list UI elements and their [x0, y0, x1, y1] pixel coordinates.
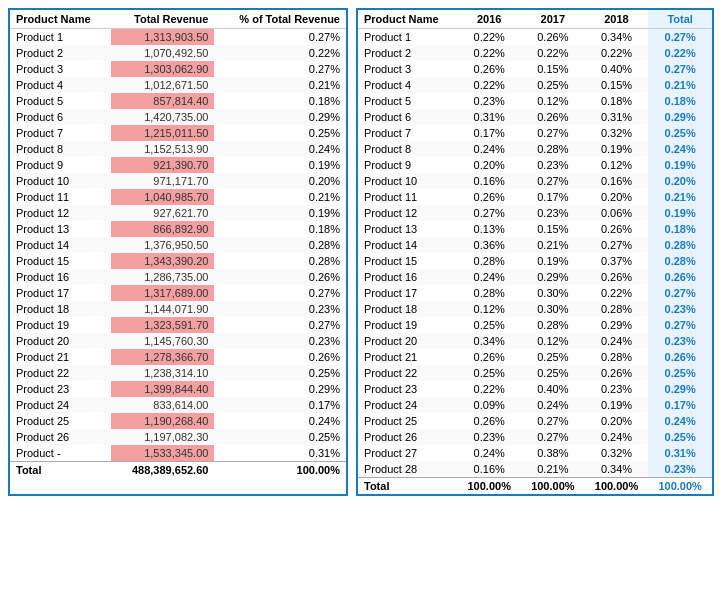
y2016-value: 0.23% [457, 429, 521, 445]
pct-value: 0.24% [214, 141, 346, 157]
total-value: 0.28% [648, 253, 712, 269]
left-table-row: Product 17 1,317,689.00 0.27% [10, 285, 346, 301]
y2018-value: 0.24% [585, 429, 649, 445]
product-name: Product 16 [358, 269, 457, 285]
total-value: 0.22% [648, 45, 712, 61]
left-table-row: Product 8 1,152,513.90 0.24% [10, 141, 346, 157]
product-name: Product 26 [358, 429, 457, 445]
revenue-value: 1,303,062.90 [111, 61, 214, 77]
y2017-value: 0.12% [521, 333, 585, 349]
left-table-row: Product 5 857,814.40 0.18% [10, 93, 346, 109]
y2017-value: 0.30% [521, 285, 585, 301]
y2017-value: 0.26% [521, 109, 585, 125]
total-value: 0.26% [648, 269, 712, 285]
revenue-value: 1,286,735.00 [111, 269, 214, 285]
product-name: Product 21 [10, 349, 111, 365]
total-value: 0.27% [648, 285, 712, 301]
y2018-value: 0.40% [585, 61, 649, 77]
revenue-value: 927,621.70 [111, 205, 214, 221]
y2018-value: 0.27% [585, 237, 649, 253]
pct-value: 0.25% [214, 365, 346, 381]
y2017-value: 0.26% [521, 29, 585, 46]
right-table-row: Product 18 0.12% 0.30% 0.28% 0.23% [358, 301, 712, 317]
product-name: Product 23 [10, 381, 111, 397]
y2018-value: 0.26% [585, 221, 649, 237]
y2016-value: 0.16% [457, 173, 521, 189]
pct-value: 0.27% [214, 61, 346, 77]
y2017-value: 0.28% [521, 141, 585, 157]
y2016-value: 0.12% [457, 301, 521, 317]
right-table-row: Product 11 0.26% 0.17% 0.20% 0.21% [358, 189, 712, 205]
revenue-value: 1,145,760.30 [111, 333, 214, 349]
left-table-row: Product 4 1,012,671.50 0.21% [10, 77, 346, 93]
right-data-table: Product Name 2016 2017 2018 Total Produc… [358, 10, 712, 494]
total-revenue: 488,389,652.60 [111, 462, 214, 479]
right-table-row: Product 12 0.27% 0.23% 0.06% 0.19% [358, 205, 712, 221]
left-total-row: Total 488,389,652.60 100.00% [10, 462, 346, 479]
product-name: Product 4 [10, 77, 111, 93]
y2016-value: 0.28% [457, 253, 521, 269]
y2016-value: 0.22% [457, 381, 521, 397]
y2016-value: 0.22% [457, 29, 521, 46]
pct-value: 0.25% [214, 429, 346, 445]
revenue-value: 1,317,689.00 [111, 285, 214, 301]
y2016-value: 0.17% [457, 125, 521, 141]
right-table-row: Product 25 0.26% 0.27% 0.20% 0.24% [358, 413, 712, 429]
product-name: Product 20 [358, 333, 457, 349]
left-table-row: Product 25 1,190,268.40 0.24% [10, 413, 346, 429]
revenue-value: 971,171.70 [111, 173, 214, 189]
left-table: Product Name Total Revenue % of Total Re… [8, 8, 348, 496]
y2016-value: 0.36% [457, 237, 521, 253]
product-name: Product 28 [358, 461, 457, 478]
left-table-row: Product 24 833,614.00 0.17% [10, 397, 346, 413]
pct-value: 0.18% [214, 93, 346, 109]
y2016-value: 0.23% [457, 93, 521, 109]
left-table-row: Product 20 1,145,760.30 0.23% [10, 333, 346, 349]
right-table-row: Product 8 0.24% 0.28% 0.19% 0.24% [358, 141, 712, 157]
right-table-row: Product 23 0.22% 0.40% 0.23% 0.29% [358, 381, 712, 397]
y2016-value: 0.20% [457, 157, 521, 173]
revenue-value: 1,343,390.20 [111, 253, 214, 269]
product-name: Product 15 [10, 253, 111, 269]
product-name: Product 5 [358, 93, 457, 109]
product-name: Product 17 [10, 285, 111, 301]
y2017-value: 0.29% [521, 269, 585, 285]
left-scroll[interactable]: Product Name Total Revenue % of Total Re… [10, 10, 346, 478]
left-data-table: Product Name Total Revenue % of Total Re… [10, 10, 346, 478]
right-table-row: Product 9 0.20% 0.23% 0.12% 0.19% [358, 157, 712, 173]
left-table-row: Product 7 1,215,011.50 0.25% [10, 125, 346, 141]
product-name: Product 22 [10, 365, 111, 381]
left-table-row: Product 18 1,144,071.90 0.23% [10, 301, 346, 317]
y2017-value: 0.15% [521, 221, 585, 237]
y2018-value: 0.15% [585, 77, 649, 93]
y2018-value: 0.24% [585, 333, 649, 349]
y2017-value: 0.23% [521, 205, 585, 221]
right-table-row: Product 13 0.13% 0.15% 0.26% 0.18% [358, 221, 712, 237]
left-table-row: Product 3 1,303,062.90 0.27% [10, 61, 346, 77]
product-name: Product 18 [358, 301, 457, 317]
y2017-value: 0.25% [521, 77, 585, 93]
right-table: Product Name 2016 2017 2018 Total Produc… [356, 8, 714, 496]
right-table-row: Product 19 0.25% 0.28% 0.29% 0.27% [358, 317, 712, 333]
revenue-value: 921,390.70 [111, 157, 214, 173]
y2017-value: 0.19% [521, 253, 585, 269]
right-col-total: Total [648, 10, 712, 29]
left-table-row: Product 12 927,621.70 0.19% [10, 205, 346, 221]
y2017-value: 0.27% [521, 173, 585, 189]
y2018-value: 0.19% [585, 397, 649, 413]
left-table-row: Product 10 971,171.70 0.20% [10, 173, 346, 189]
left-table-row: Product 13 866,892.90 0.18% [10, 221, 346, 237]
total-value: 0.24% [648, 141, 712, 157]
left-col-revenue: Total Revenue [111, 10, 214, 29]
revenue-value: 1,238,314.10 [111, 365, 214, 381]
right-scroll[interactable]: Product Name 2016 2017 2018 Total Produc… [358, 10, 712, 494]
total-2018: 100.00% [585, 478, 649, 495]
y2018-value: 0.26% [585, 269, 649, 285]
revenue-value: 1,012,671.50 [111, 77, 214, 93]
right-total-row: Total 100.00% 100.00% 100.00% 100.00% [358, 478, 712, 495]
total-value: 0.18% [648, 93, 712, 109]
right-table-row: Product 28 0.16% 0.21% 0.34% 0.23% [358, 461, 712, 478]
revenue-value: 1,215,011.50 [111, 125, 214, 141]
right-table-row: Product 3 0.26% 0.15% 0.40% 0.27% [358, 61, 712, 77]
y2018-value: 0.31% [585, 109, 649, 125]
